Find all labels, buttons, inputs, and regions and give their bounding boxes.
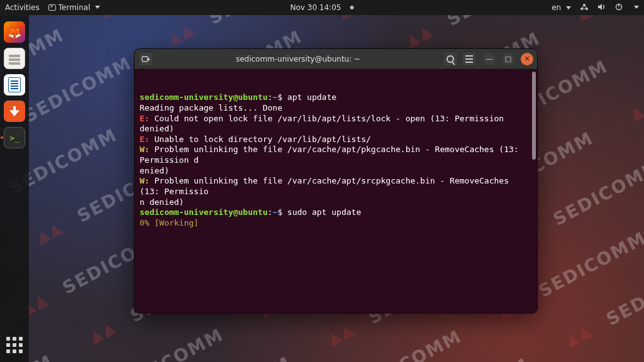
new-tab-button[interactable] (138, 52, 153, 67)
output-line: n denied) (140, 197, 184, 207)
new-tab-icon (142, 55, 150, 63)
search-icon (447, 55, 454, 63)
show-applications-button[interactable] (4, 334, 25, 356)
command-2: sudo apt update (287, 207, 361, 217)
command-1: apt update (287, 92, 336, 102)
clock-menu[interactable]: Nov 30 14:05 (291, 3, 354, 12)
close-button[interactable]: ✕ (521, 53, 533, 65)
hamburger-icon (465, 55, 473, 63)
output-line: Reading package lists... Done (140, 103, 282, 112)
terminal-icon: >_ (9, 133, 19, 143)
chevron-down-icon[interactable] (634, 6, 639, 9)
prompt-user: sedicomm-university@ubuntu (140, 207, 268, 217)
error-prefix: E: (140, 114, 150, 123)
warn-prefix: W: (140, 176, 150, 185)
network-icon[interactable] (580, 3, 589, 12)
dock-app-files[interactable] (4, 48, 25, 69)
error-prefix: E: (140, 134, 150, 144)
dock-app-writer[interactable] (4, 74, 25, 96)
software-icon (8, 106, 21, 116)
menu-button[interactable] (462, 52, 477, 67)
svg-rect-4 (618, 4, 619, 7)
input-language[interactable]: en (552, 3, 571, 12)
output-line: enied) (140, 166, 169, 175)
notification-dot-icon (350, 6, 353, 9)
output-line: Problem unlinking the file /var/cache/ap… (140, 145, 523, 165)
active-app-menu[interactable]: Terminal (48, 3, 101, 12)
chevron-down-icon (95, 6, 100, 9)
window-titlebar[interactable]: sedicomm-university@ubuntu: ~ — □ ✕ (135, 49, 537, 69)
prompt-path: ~ (272, 92, 277, 102)
progress-line: 0% [Working] (140, 218, 199, 228)
search-button[interactable] (443, 52, 458, 67)
minimize-button[interactable]: — (483, 53, 496, 65)
document-icon (8, 77, 21, 92)
terminal-window: sedicomm-university@ubuntu: ~ — □ ✕ sedi… (135, 49, 537, 313)
close-icon: ✕ (524, 55, 530, 62)
terminal-scrollbar[interactable] (532, 72, 536, 160)
prompt-path: ~ (272, 207, 277, 217)
firefox-icon: 🦊 (8, 26, 21, 39)
output-line: Could not open lock file /var/lib/apt/li… (140, 114, 509, 134)
warn-prefix: W: (140, 145, 150, 154)
dock: 🦊 >_ (0, 15, 29, 362)
dock-app-firefox[interactable]: 🦊 (4, 21, 25, 43)
power-icon[interactable] (615, 3, 623, 12)
terminal-icon (48, 4, 56, 11)
chevron-down-icon (566, 6, 571, 9)
dock-app-software[interactable] (4, 101, 25, 122)
activities-button[interactable]: Activities (5, 3, 40, 12)
window-title: sedicomm-university@ubuntu: ~ (157, 55, 439, 63)
volume-icon[interactable] (597, 3, 606, 12)
minimize-icon: — (486, 55, 493, 62)
prompt-user: sedicomm-university@ubuntu (140, 92, 268, 102)
maximize-button[interactable]: □ (502, 53, 514, 65)
maximize-icon: □ (505, 55, 511, 62)
output-line: Unable to lock directory /var/lib/apt/li… (150, 134, 371, 144)
dock-app-terminal[interactable]: >_ (4, 127, 25, 148)
output-line: Problem unlinking the file /var/cache/ap… (140, 176, 514, 196)
files-icon (9, 55, 20, 57)
datetime-label: Nov 30 14:05 (291, 3, 341, 12)
gnome-topbar: Activities Terminal Nov 30 14:05 en (0, 0, 644, 15)
terminal-viewport[interactable]: sedicomm-university@ubuntu:~$ apt update… (135, 69, 537, 313)
active-app-label: Terminal (58, 3, 91, 12)
